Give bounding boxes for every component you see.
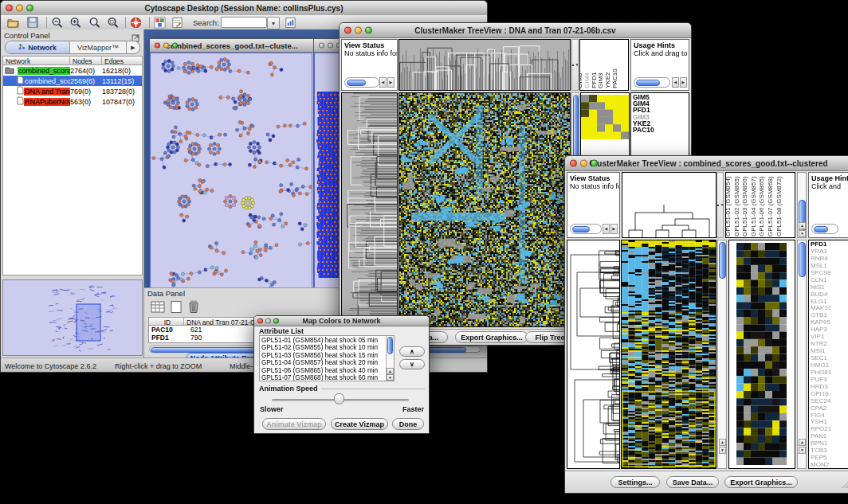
scroll-left-arrow[interactable]: ◀ [672,77,679,88]
done-button[interactable]: Done [392,418,424,430]
zoom-button[interactable] [172,43,178,49]
animate-vizmap-button[interactable]: Animate Vizmap [262,418,326,430]
search-input[interactable] [221,17,267,28]
minimize-button[interactable] [163,43,169,49]
scroll-left-arrow[interactable]: ◀ [603,224,610,234]
zoom-matrix-canvas[interactable] [581,95,629,139]
row-dendrogram-canvas[interactable] [342,93,397,326]
tab-network[interactable]: Network [6,41,70,53]
close-button[interactable] [319,43,324,49]
speed-slider-thumb[interactable] [334,393,344,404]
network-table-row[interactable]: DNA and Tran 07769(0)183728(0) [3,86,142,96]
minimize-button[interactable] [580,160,587,167]
scroll-up-arrow[interactable]: ▲ [387,368,394,374]
network-table-row[interactable]: combined_sco2569(6)13112(15) [3,76,142,86]
attribute-select-icon[interactable] [151,300,165,317]
treeview1-titlebar[interactable]: ClusterMaker TreeView : DNA and Tran 07-… [340,23,691,38]
view-status-title: View Status [567,173,619,182]
dendro-splitter[interactable]: ▲▼ [571,39,579,91]
attribute-listbox[interactable]: GPL51-01 (GSM854) heat shock 05 minGPL51… [259,335,395,381]
attribute-list-item[interactable]: GPL51-07 (GSM868) heat shock 60 min [261,374,394,381]
scroll-right-arrow[interactable]: ▶ [610,224,618,234]
scroll-right-arrow[interactable]: ▶ [387,77,395,88]
scroll-up-arrow[interactable]: ▲ [799,222,806,229]
hints-hscroll[interactable] [634,77,670,88]
move-up-button[interactable]: ∧ [399,346,425,357]
network-table-row[interactable]: combined_scores2764(0)16218(0) [3,65,142,76]
zoom-button[interactable] [273,318,279,324]
scroll-right-arrow[interactable]: ▶ [680,77,687,88]
scroll-up-arrow[interactable]: ▲ [719,439,726,446]
attribute-list-item[interactable]: GPL51-04 (GSM857) heat shock 20 min [261,359,394,366]
tab-vizmapper[interactable]: VizMapper™ [70,41,127,53]
zoom-heatmap-canvas[interactable] [729,240,795,468]
attribute-list-item[interactable]: GPL51-02 (GSM855) heat shock 10 min [261,344,394,351]
column-dendrogram-canvas[interactable] [399,40,570,90]
column-dendrogram-panel[interactable] [622,172,716,238]
network-table-row[interactable]: RNAPuberNov2+563(0)107847(0) [3,96,142,107]
close-button[interactable] [570,160,577,167]
column-dendrogram-canvas[interactable] [622,173,716,237]
scroll-down-arrow[interactable]: ▼ [799,230,806,237]
listbox-vscroll[interactable]: ▲ ▼ [386,336,394,381]
hints-hscroll[interactable] [811,224,838,234]
tab-overflow-arrow[interactable]: ▶ [127,41,139,53]
network-overview-panel[interactable] [2,279,143,356]
col-network[interactable]: Network [3,57,70,65]
zoom-button[interactable] [591,160,598,167]
zoom-heatmap-panel[interactable] [728,240,795,469]
col-nodes[interactable]: Nodes [70,57,102,65]
network-canvas[interactable] [151,53,312,287]
global-heatmap-panel[interactable] [621,240,716,469]
window-controls[interactable] [6,5,33,12]
close-button[interactable] [6,5,13,12]
export-graphics-button[interactable]: Export Graphics... [455,331,528,343]
row-dendrogram-panel[interactable] [341,92,398,327]
overview-canvas[interactable] [3,280,142,355]
status-hscroll[interactable] [344,77,379,88]
close-button[interactable] [344,27,351,34]
scroll-down-arrow[interactable]: ▼ [387,374,394,381]
close-button[interactable] [155,43,160,49]
search-dropdown-button[interactable]: ▼ [267,17,280,29]
minimize-button[interactable] [16,5,23,12]
zoom-button[interactable] [26,5,33,12]
treeview2-titlebar[interactable]: ClusterMaker TreeView : combined_scores_… [565,156,848,171]
new-attribute-icon[interactable] [170,300,183,317]
scroll-down-arrow[interactable]: ▼ [719,447,726,454]
minimize-button[interactable] [355,27,362,34]
delete-attribute-icon[interactable] [187,299,200,317]
global-heatmap-canvas[interactable] [399,93,570,326]
column-dendrogram-panel[interactable] [398,39,571,91]
col-edges[interactable]: Edges [102,57,142,65]
move-down-button[interactable]: ∨ [399,359,425,369]
status-hscroll[interactable] [570,224,602,234]
dendro-splitter[interactable]: ▲▼ [716,172,724,238]
heatmap-vscroll[interactable]: ▲ ▼ [717,240,727,469]
column-labels-vscroll[interactable]: ▲ ▼ [797,172,807,238]
network-view-titlebar[interactable]: combined_scores_good.txt--cluste... [150,39,314,53]
close-button[interactable] [257,318,263,324]
row-dendrogram-panel[interactable] [567,240,620,469]
attribute-list-item[interactable]: GPL51-01 (GSM854) heat shock 05 min [261,337,394,344]
row-dendrogram-canvas[interactable] [567,240,619,468]
col-id[interactable]: ID [149,318,184,326]
minimize-button[interactable] [265,318,271,324]
export-graphics-button[interactable]: Export Graphics... [724,476,798,488]
global-heatmap-panel[interactable] [398,92,571,327]
scroll-left-arrow[interactable]: ◀ [379,77,387,88]
minimize-button[interactable] [328,43,333,49]
save-data-button[interactable]: Save Data... [666,476,719,488]
scroll-up-arrow[interactable]: ▲ [799,439,806,446]
resize-grip[interactable] [841,478,848,492]
gene-list-vscroll[interactable]: ▲ ▼ [797,240,807,469]
main-titlebar[interactable]: Cytoscape Desktop (Session Name: collins… [1,1,487,16]
global-heatmap-canvas[interactable] [622,240,716,468]
attribute-list-item[interactable]: GPL51-06 (GSM865) heat shock 40 min [261,367,394,374]
settings-button[interactable]: Settings... [610,476,660,488]
scroll-down-arrow[interactable]: ▼ [799,447,806,454]
attribute-list-item[interactable]: GPL51-03 (GSM856) heat shock 15 min [261,352,394,359]
zoom-button[interactable] [365,27,372,34]
create-vizmap-button[interactable]: Create Vizmap [331,418,388,430]
dialog-titlebar[interactable]: Map Colors to Network [254,316,429,326]
